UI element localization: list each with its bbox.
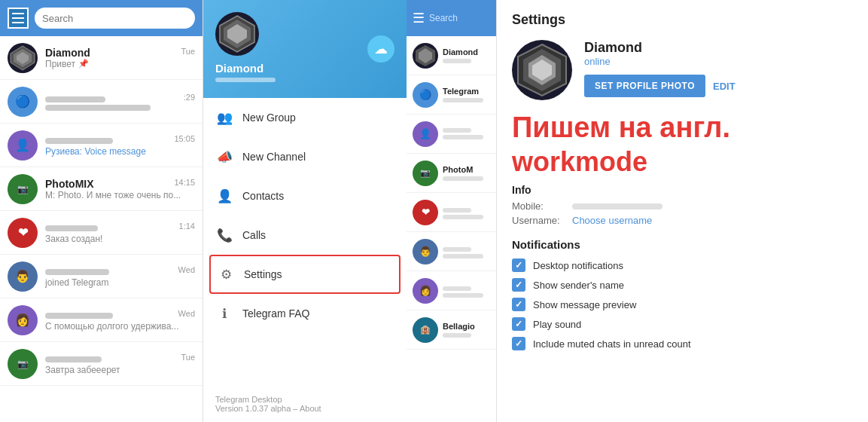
- chat-preview: Привет 📌: [45, 59, 195, 69]
- show-sender-name-checkbox[interactable]: [512, 278, 525, 292]
- info-section: Info Mobile: Username: Choose username: [512, 184, 853, 229]
- notif-item-sound: Play sound: [512, 317, 853, 331]
- include-muted-checkbox[interactable]: [512, 337, 525, 350]
- avatar: [8, 43, 38, 73]
- chat-info: Wed joined Telegram: [45, 265, 195, 288]
- menu-item-new-group[interactable]: 👥 New Group: [203, 98, 407, 137]
- chat-header: [0, 0, 203, 36]
- chat-info: Telegram: [443, 87, 490, 102]
- faq-icon: ℹ: [215, 304, 233, 323]
- avatar: 📷: [413, 161, 438, 186]
- chat-item[interactable]: Diamond Tue Привет 📌: [0, 36, 203, 80]
- contacts-icon: 👤: [215, 187, 233, 205]
- avatar: 👨: [413, 239, 438, 265]
- avatar: 👩: [8, 305, 38, 335]
- menu-item-contacts[interactable]: 👤 Contacts: [203, 176, 407, 216]
- chat-item[interactable]: 📷 Tue Завтра забееерет: [0, 342, 203, 386]
- avatar: 🔵: [413, 82, 438, 108]
- chat-info: [443, 245, 490, 258]
- overlay-text-workmode: workmode: [512, 147, 853, 177]
- chat-info: :29: [45, 93, 195, 111]
- chat-info: Diamond Tue Привет 📌: [45, 47, 195, 69]
- chat-info: Wed С помощью долгого удержива...: [45, 309, 195, 332]
- menu-top: Diamond ☁: [203, 0, 407, 98]
- desktop-notifications-checkbox[interactable]: [512, 258, 525, 272]
- chat-item[interactable]: 👩 Wed С помощью долгого удержива...: [0, 298, 203, 342]
- cloud-icon[interactable]: ☁: [367, 35, 394, 63]
- pinned-icon: 📌: [78, 59, 89, 69]
- chat-item[interactable]: ❤ 1:14 Заказ создан!: [0, 211, 203, 255]
- info-username-row: Username: Choose username: [512, 215, 853, 226]
- chat-preview-bar: [443, 247, 471, 252]
- chat-item[interactable]: Diamond: [407, 36, 496, 75]
- chat-preview-bar: [443, 215, 483, 219]
- avatar: 🏨: [413, 317, 438, 343]
- notif-item-desktop: Desktop notifications: [512, 258, 853, 272]
- settings-icon: ⚙: [217, 265, 235, 283]
- hamburger-icon-2[interactable]: ☰: [413, 10, 425, 26]
- profile-actions: SET PROFILE PHOTO EDIT: [584, 75, 853, 97]
- hamburger-menu-icon[interactable]: [8, 8, 29, 29]
- chat-name: Tue: [45, 353, 195, 365]
- settings-panel: Settings Diamond online SET PROFILE PHOT…: [497, 0, 868, 422]
- search-input[interactable]: [35, 8, 195, 29]
- settings-title: Settings: [512, 12, 853, 28]
- play-sound-checkbox[interactable]: [512, 317, 525, 331]
- chat-name: :29: [45, 93, 195, 105]
- chat-info: Diamond: [443, 47, 490, 63]
- new-channel-icon: 📣: [215, 148, 233, 166]
- info-mobile-row: Mobile:: [512, 200, 853, 212]
- chat-item[interactable]: 📷 PhotoM: [407, 154, 496, 193]
- menu-panel: Diamond ☁ 👥 New Group 📣 New Channel 👤 Co…: [203, 0, 407, 422]
- chat-preview-bar: [443, 208, 471, 213]
- profile-section: Diamond online SET PROFILE PHOTO EDIT: [512, 40, 853, 100]
- notif-item-sender: Show sender's name: [512, 278, 853, 292]
- chat-item[interactable]: 👤: [407, 115, 496, 154]
- notif-item-preview: Show message preview: [512, 298, 853, 311]
- avatar: ❤: [413, 200, 438, 225]
- chat-info: PhotoMIX 14:15 M: Photo. И мне тоже очен…: [45, 178, 195, 200]
- chat-preview-bar: [443, 135, 483, 139]
- notifications-title: Notifications: [512, 238, 853, 251]
- edit-profile-button[interactable]: EDIT: [713, 81, 736, 92]
- profile-name: Diamond: [584, 40, 853, 56]
- chat-info: 1:14 Заказ создан!: [45, 222, 195, 244]
- chat-item[interactable]: 👨: [407, 232, 496, 271]
- chat-name: 1:14: [45, 222, 195, 234]
- chat-item[interactable]: ❤: [407, 193, 496, 232]
- profile-avatar: [512, 40, 572, 100]
- chat-item[interactable]: 👨 Wed joined Telegram: [0, 255, 203, 298]
- show-message-preview-checkbox[interactable]: [512, 298, 525, 311]
- chat-info: Bellagio: [443, 322, 490, 338]
- chat-item[interactable]: 👤 15:05 Рузиева: Voice message: [0, 124, 203, 167]
- menu-items: 👥 New Group 📣 New Channel 👤 Contacts 📞 C…: [203, 98, 407, 386]
- chat-info: [443, 128, 490, 139]
- menu-item-faq[interactable]: ℹ Telegram FAQ: [203, 294, 407, 333]
- chat-preview: С помощью долгого удержива...: [45, 321, 195, 332]
- chat-name: 15:05: [45, 134, 195, 146]
- menu-item-new-channel[interactable]: 📣 New Channel: [203, 137, 407, 176]
- chat-name: Diamond Tue: [45, 47, 195, 59]
- chat-preview: M: Photo. И мне тоже очень по...: [45, 190, 195, 200]
- avatar: 🔵: [8, 87, 38, 117]
- chat-info: PhotoM: [443, 165, 490, 181]
- chat-preview-bar: [443, 59, 471, 63]
- chat-item[interactable]: 🏨 Bellagio: [407, 310, 496, 350]
- mobile-value-bar: [572, 203, 662, 209]
- chat-info: [443, 206, 490, 219]
- chat-item[interactable]: 🔵 Telegram: [407, 75, 496, 115]
- avatar: 📷: [8, 349, 38, 379]
- set-profile-photo-button[interactable]: SET PROFILE PHOTO: [584, 75, 705, 97]
- choose-username-link[interactable]: Choose username: [572, 215, 652, 226]
- menu-item-settings[interactable]: ⚙ Settings: [209, 255, 400, 294]
- chat-header-2: ☰ Search: [407, 0, 496, 36]
- menu-bar: [215, 78, 276, 82]
- chat-info: [443, 284, 490, 298]
- notifications-section: Notifications Desktop notifications Show…: [512, 238, 853, 356]
- chat-list-panel-2: ☰ Search Diamond 🔵 Telegram 👤 📷 PhotoM: [407, 0, 497, 422]
- chat-item[interactable]: 🔵 :29: [0, 80, 203, 124]
- menu-item-calls[interactable]: 📞 Calls: [203, 216, 407, 255]
- chat-item[interactable]: 📷 PhotoMIX 14:15 M: Photo. И мне тоже оч…: [0, 167, 203, 211]
- chat-item[interactable]: 👩: [407, 271, 496, 310]
- chat-preview-bar: [443, 98, 483, 102]
